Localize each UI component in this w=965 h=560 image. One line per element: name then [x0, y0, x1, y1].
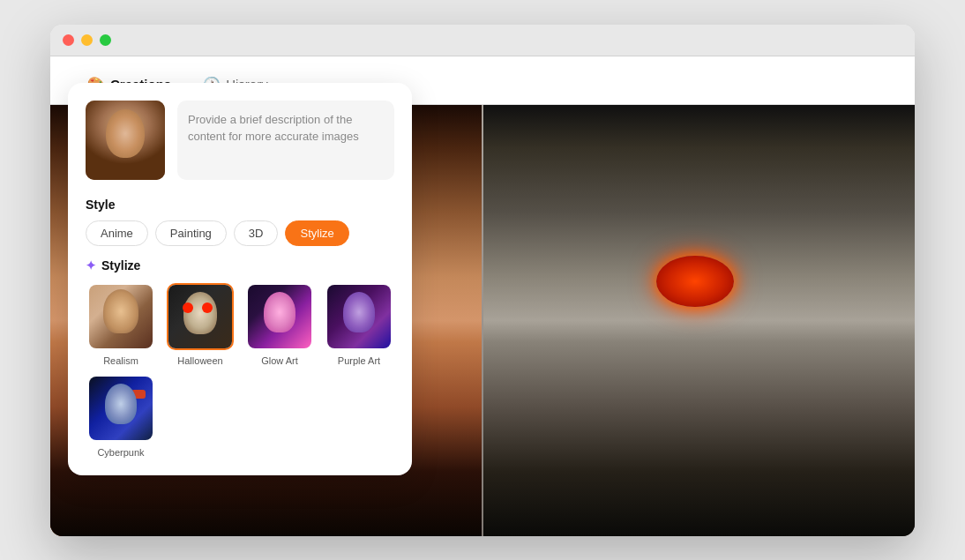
glow-art-thumbnail	[248, 285, 311, 348]
stylize-section: ✦ Stylize Realism Hall	[86, 258, 394, 458]
style-grid-row1: Realism Halloween Glow Art	[86, 283, 394, 366]
style-item-glow-art[interactable]: Glow Art	[244, 283, 315, 366]
realism-thumbnail	[89, 285, 153, 348]
cyberpunk-thumbnail	[89, 377, 153, 440]
purple-art-thumbnail	[327, 285, 391, 348]
style-section: Style Anime Painting 3D Stylize	[86, 198, 394, 246]
style-label-halloween: Halloween	[177, 355, 222, 366]
stylize-sparkle-icon: ✦	[86, 258, 96, 273]
style-item-realism[interactable]: Realism	[86, 283, 156, 366]
style-item-purple-art[interactable]: Purple Art	[324, 283, 394, 366]
close-button[interactable]	[63, 34, 74, 46]
avatar	[86, 101, 165, 180]
style-label-cyberpunk: Cyberpunk	[97, 447, 144, 458]
style-btn-anime[interactable]: Anime	[86, 220, 148, 246]
description-placeholder: Provide a brief description of the conte…	[188, 111, 384, 146]
settings-card: Provide a brief description of the conte…	[68, 83, 412, 475]
stylize-section-label: Stylize	[101, 258, 140, 273]
stylized-face-image	[482, 105, 915, 536]
style-grid-row2: Cyberpunk	[86, 375, 394, 458]
style-thumb-purple-art	[325, 283, 393, 350]
halloween-thumbnail	[168, 285, 232, 348]
browser-content: 🎨 Creations 🕐 Hisrory	[50, 56, 915, 536]
style-item-cyberpunk[interactable]: Cyberpunk	[86, 375, 156, 458]
style-label-purple-art: Purple Art	[338, 355, 380, 366]
description-box[interactable]: Provide a brief description of the conte…	[177, 101, 394, 180]
style-thumb-realism	[87, 283, 154, 350]
style-item-halloween[interactable]: Halloween	[165, 283, 236, 366]
style-btn-3d[interactable]: 3D	[234, 220, 279, 246]
style-section-label: Style	[86, 198, 394, 212]
style-btn-stylize[interactable]: Stylize	[285, 220, 348, 246]
style-label-glow-art: Glow Art	[261, 355, 298, 366]
stylize-header: ✦ Stylize	[86, 258, 394, 273]
style-btn-painting[interactable]: Painting	[155, 220, 227, 246]
minimize-button[interactable]	[81, 34, 93, 46]
style-buttons-group: Anime Painting 3D Stylize	[86, 220, 394, 246]
style-thumb-halloween	[167, 283, 234, 350]
browser-titlebar	[50, 25, 915, 56]
style-label-realism: Realism	[103, 355, 138, 366]
style-thumb-cyberpunk	[87, 375, 154, 442]
browser-window: 🎨 Creations 🕐 Hisrory	[50, 25, 915, 536]
maximize-button[interactable]	[100, 34, 111, 46]
style-thumb-glow-art	[246, 283, 313, 350]
card-top: Provide a brief description of the conte…	[86, 101, 394, 180]
